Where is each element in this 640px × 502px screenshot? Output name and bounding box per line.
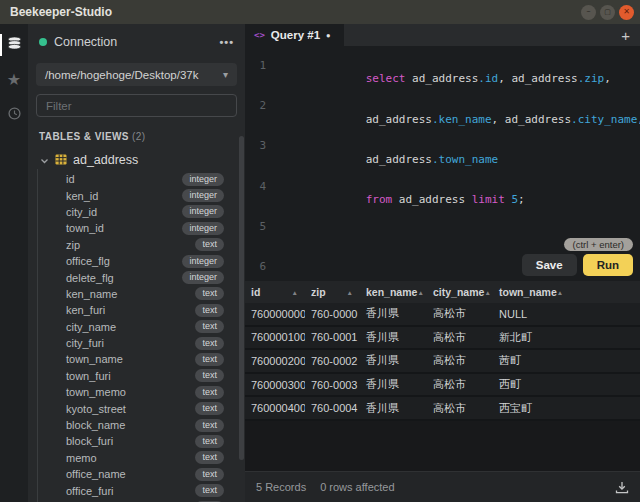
table-item-ad_address[interactable]: ad_address (28, 150, 245, 169)
code-token: from (366, 193, 393, 206)
result-cell[interactable]: 760000400 (245, 402, 305, 414)
column-header[interactable]: ken_name ▲ (360, 286, 427, 298)
column-item[interactable]: block_name text (38, 417, 245, 433)
save-button[interactable]: Save (522, 254, 577, 276)
results-header: id ▲ zip ▲ ken_name ▲ city_name (245, 281, 640, 303)
column-item[interactable]: ken_furi text (38, 302, 245, 318)
column-item[interactable]: zip text (38, 237, 245, 253)
tab-query-1[interactable]: <> Query #1 ● (245, 24, 344, 46)
column-item[interactable]: memo text (38, 450, 245, 466)
column-header-label: city_name (433, 286, 484, 298)
result-cell[interactable]: 西町 (493, 377, 633, 392)
minimize-button[interactable]: – (581, 5, 596, 20)
column-header[interactable]: town_name ▲ (493, 286, 553, 298)
left-rail: ★ (0, 24, 28, 502)
code-token: .city_name (571, 113, 637, 126)
code-line: from ad_address limit 5; (273, 180, 525, 220)
result-cell[interactable]: 760000300 (245, 379, 305, 391)
result-cell[interactable]: 760-0001 (305, 331, 360, 343)
column-item[interactable]: office_flg integer (38, 253, 245, 269)
result-cell[interactable]: 香川県 (360, 401, 427, 416)
download-results-button[interactable] (615, 481, 629, 494)
run-button[interactable]: Run (583, 254, 633, 276)
result-cell[interactable]: 760000200 (245, 355, 305, 367)
code-line: ad_address.ken_name, ad_address.city_nam… (273, 99, 640, 139)
result-cell[interactable]: 760000100 (245, 331, 305, 343)
result-cell[interactable]: 香川県 (360, 306, 427, 321)
rail-item-favorites[interactable]: ★ (0, 67, 28, 93)
result-cell[interactable]: 760-0002 (305, 355, 360, 367)
result-cell[interactable]: 新北町 (493, 330, 633, 345)
column-item[interactable]: block_furi text (38, 433, 245, 449)
column-item[interactable]: office_furi text (38, 482, 245, 498)
result-row[interactable]: 760000400760-0004香川県高松市西宝町 (245, 397, 640, 421)
sidebar-scrollbar[interactable] (239, 136, 244, 460)
column-type-badge: text (195, 337, 224, 350)
column-item[interactable]: kyoto_street text (38, 400, 245, 416)
column-item[interactable]: town_memo text (38, 384, 245, 400)
star-icon: ★ (7, 72, 21, 88)
result-cell[interactable]: 高松市 (427, 330, 493, 345)
table-name: ad_address (73, 153, 138, 167)
column-item[interactable]: town_id integer (38, 220, 245, 236)
add-tab-button[interactable]: + (621, 28, 630, 43)
connection-menu-icon[interactable]: ••• (219, 37, 234, 48)
column-header[interactable]: id ▲ (245, 286, 305, 298)
result-cell[interactable]: NULL (493, 308, 633, 320)
column-header[interactable]: zip ▲ (305, 286, 360, 298)
column-item[interactable]: town_furi text (38, 368, 245, 384)
code-token: ad_address (405, 72, 478, 85)
column-item[interactable]: ken_name text (38, 286, 245, 302)
column-type-badge: text (195, 402, 224, 415)
result-cell[interactable]: 760-0000 (305, 308, 360, 320)
rows-affected: 0 rows affected (320, 481, 394, 493)
column-item[interactable]: ken_id integer (38, 187, 245, 203)
column-item[interactable]: id integer (38, 171, 245, 187)
column-type-badge: text (195, 238, 224, 251)
sql-editor[interactable]: 1 select ad_address.id, ad_address.zip, … (245, 46, 640, 236)
result-row[interactable]: 760000200760-0002香川県高松市茜町 (245, 350, 640, 374)
result-cell[interactable]: 高松市 (427, 306, 493, 321)
column-item[interactable]: delete_flg integer (38, 269, 245, 285)
column-header-label: town_name (499, 286, 557, 298)
column-item[interactable]: city_furi text (38, 335, 245, 351)
record-count: 5 Records (256, 481, 306, 493)
window-title: Beekeeper-Studio (10, 5, 112, 19)
result-row[interactable]: 760000000760-0000香川県高松市NULL (245, 303, 640, 327)
column-name: city_id (66, 206, 97, 218)
result-cell[interactable]: 760000000 (245, 308, 305, 320)
database-selector[interactable]: /home/hogehoge/Desktop/37k ▾ (36, 63, 237, 86)
close-button[interactable]: ✕ (619, 5, 634, 20)
result-cell[interactable]: 香川県 (360, 353, 427, 368)
connection-header[interactable]: Connection ••• (28, 28, 245, 56)
column-header[interactable]: city_name ▲ (427, 286, 493, 298)
column-item[interactable]: office_name text (38, 466, 245, 482)
column-name: office_name (66, 468, 126, 480)
result-row[interactable]: 760000100760-0001香川県高松市新北町 (245, 327, 640, 351)
result-cell[interactable]: 760-0004 (305, 402, 360, 414)
sort-asc-icon: ▲ (417, 289, 423, 296)
column-type-badge: text (195, 369, 224, 382)
result-cell[interactable]: 760-0003 (305, 379, 360, 391)
result-cell[interactable]: 高松市 (427, 377, 493, 392)
rail-item-history[interactable] (0, 102, 28, 128)
table-filter-input[interactable] (36, 94, 237, 117)
column-name: ken_name (66, 288, 117, 300)
database-path: /home/hogehoge/Desktop/37k (45, 69, 198, 81)
result-cell[interactable]: 高松市 (427, 401, 493, 416)
result-cell[interactable]: 西宝町 (493, 401, 633, 416)
result-cell[interactable]: 香川県 (360, 330, 427, 345)
code-token: , (604, 72, 611, 85)
maximize-button[interactable]: ▢ (600, 5, 615, 20)
code-line: select ad_address.id, ad_address.zip, (273, 59, 611, 99)
result-row[interactable]: 760000300760-0003香川県高松市西町 (245, 374, 640, 398)
result-cell[interactable]: 高松市 (427, 353, 493, 368)
rail-item-connection[interactable] (0, 32, 28, 58)
column-item[interactable]: city_name text (38, 319, 245, 335)
column-item[interactable]: town_name text (38, 351, 245, 367)
column-type-badge: text (195, 386, 224, 399)
column-item[interactable]: city_id integer (38, 204, 245, 220)
result-cell[interactable]: 茜町 (493, 353, 633, 368)
column-name: city_name (66, 321, 116, 333)
result-cell[interactable]: 香川県 (360, 377, 427, 392)
